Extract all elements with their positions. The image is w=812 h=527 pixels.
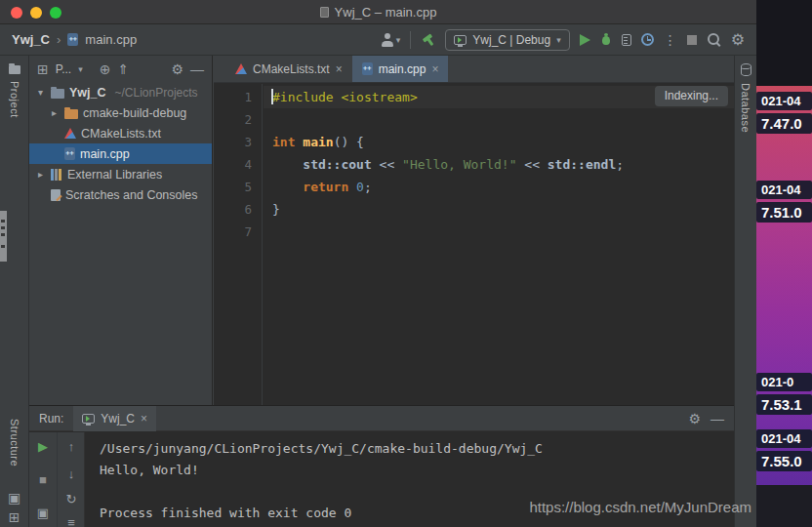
zoom-window-button[interactable] — [50, 7, 61, 19]
chevron-right-icon[interactable]: ▸ — [49, 107, 60, 118]
background-window-fragment — [756, 0, 812, 86]
project-label: Project — [9, 81, 20, 118]
project-tool-window: ⊞ P... ▾ ⊕ ⇑ ⚙ — ▾Ywj_C~/CLionProjects▸c… — [29, 56, 213, 405]
breadcrumb-file[interactable]: main.cpp — [85, 32, 137, 47]
project-view-selector[interactable]: P... — [56, 62, 71, 76]
collapse-all-button[interactable]: ⇑ — [117, 62, 129, 76]
debug-bug-button[interactable] — [600, 33, 612, 46]
soft-wrap-button[interactable]: ↻ — [58, 493, 85, 506]
console-options-button[interactable]: ≡ — [58, 516, 85, 527]
code-area[interactable]: #include <iostream>int main() { std::cou… — [264, 86, 734, 243]
left-tool-stripe: Project Structure ▣ ⊞ — [0, 56, 29, 527]
run-tab[interactable]: Ywj_C × — [73, 406, 156, 431]
close-tab-icon[interactable]: × — [431, 62, 438, 76]
tree-item-main-cpp[interactable]: main.cpp — [29, 143, 212, 164]
desktop-text-line: 7.53.1 — [756, 394, 812, 415]
search-everywhere-button[interactable] — [707, 32, 721, 47]
project-panel-header: ⊞ P... ▾ ⊕ ⇑ ⚙ — — [29, 56, 212, 82]
toolbar-divider — [410, 31, 411, 49]
structure-stripe-label[interactable]: Structure — [0, 419, 28, 466]
stop-button[interactable]: ■ — [29, 473, 57, 486]
cmake-file-icon — [235, 63, 247, 74]
window-title: Ywj_C – main.cpp — [335, 5, 437, 20]
editor-tab-main-cpp[interactable]: main.cpp× — [352, 56, 449, 82]
run-button[interactable] — [580, 34, 590, 46]
code-line[interactable]: } — [264, 198, 734, 221]
database-stripe-button[interactable] — [735, 63, 756, 76]
navigation-bar: Ywj_C › main.cpp ▾ Ywj_C | Debug ▾ — [0, 24, 756, 56]
chevron-down-icon: ▾ — [78, 64, 83, 74]
desktop-text-line: 021-04 — [756, 181, 812, 199]
tree-item-ywj-c[interactable]: ▾Ywj_C~/CLionProjects — [29, 82, 212, 102]
close-tab-icon[interactable]: × — [336, 62, 343, 76]
code-token: << — [372, 157, 402, 172]
run-tab-label: Ywj_C — [101, 412, 135, 426]
minimize-window-button[interactable] — [30, 7, 42, 19]
scroll-up-button[interactable]: ↑ — [58, 440, 85, 453]
run-toolbar: ▶ ■ ▣ ↑ ↓ ↻ ≡ — [29, 432, 85, 527]
person-icon — [381, 33, 394, 47]
tool-window-button[interactable]: ▣ — [0, 491, 28, 505]
run-panel-header: Run: Ywj_C × ⚙ — — [29, 406, 734, 431]
close-tab-icon[interactable]: × — [141, 413, 147, 425]
close-window-button[interactable] — [11, 7, 22, 19]
folder-icon — [51, 89, 64, 99]
tree-item-cmakelists-txt[interactable]: CMakeLists.txt — [29, 123, 212, 143]
code-token — [272, 180, 303, 194]
profiler-button[interactable] — [641, 33, 654, 46]
locate-file-button[interactable]: ⊕ — [100, 62, 111, 76]
cpp-icon — [64, 147, 75, 160]
line-number: 1 — [214, 86, 262, 108]
scroll-down-button[interactable]: ↓ — [58, 467, 85, 480]
database-stripe-label[interactable]: Database — [735, 83, 756, 133]
coverage-button[interactable] — [622, 34, 631, 46]
grid-icon: ⊞ — [9, 510, 20, 524]
rerun-button[interactable]: ▶ — [29, 440, 57, 453]
code-line[interactable]: return 0; — [264, 176, 734, 198]
tool-window-button[interactable]: ⊞ — [0, 510, 28, 524]
project-stripe-label[interactable]: Project — [0, 81, 28, 118]
code-token: "Hello, World!" — [402, 157, 516, 172]
right-tool-stripe: Database — [734, 56, 756, 527]
library-icon — [51, 169, 62, 181]
tab-label: CMakeLists.txt — [253, 62, 330, 76]
build-hammer-button[interactable] — [421, 33, 435, 47]
editor-body[interactable]: 1234567 #include <iostream>int main() { … — [214, 84, 734, 405]
tree-item-external-libraries[interactable]: ▸External Libraries — [29, 164, 212, 184]
toolbar: ▾ Ywj_C | Debug ▾ ⋮ ⚙ — [381, 29, 745, 51]
tree-item-hint: ~/CLionProjects — [115, 86, 198, 100]
run-configuration-selector[interactable]: Ywj_C | Debug ▾ — [445, 29, 569, 51]
settings-gear-button[interactable]: ⚙ — [731, 32, 745, 48]
panel-settings-gear-button[interactable]: ⚙ — [171, 62, 183, 76]
line-number: 5 — [214, 176, 262, 198]
project-stripe-button[interactable] — [0, 63, 28, 74]
run-settings-gear-button[interactable]: ⚙ — [688, 412, 701, 426]
app-monitor-icon — [82, 414, 95, 424]
code-line[interactable] — [264, 221, 734, 243]
chevron-down-icon[interactable]: ▾ — [35, 87, 46, 98]
window-title-wrap: Ywj_C – main.cpp — [320, 5, 437, 20]
code-token: std::endl — [548, 157, 616, 172]
editor-tab-cmakelists-txt[interactable]: CMakeLists.txt× — [225, 56, 352, 82]
desktop-text-block: 021-047.51.0 — [756, 181, 812, 225]
hide-panel-button[interactable]: — — [190, 62, 204, 76]
code-line[interactable]: std::cout << "Hello, World!" << std::end… — [264, 153, 734, 176]
dump-console-button[interactable]: ▣ — [29, 507, 57, 519]
more-actions-icon[interactable]: ⋮ — [664, 33, 677, 47]
line-number: 3 — [214, 131, 262, 153]
tree-item-scratches-and-consoles[interactable]: Scratches and Consoles — [29, 184, 212, 205]
stop-button[interactable] — [687, 35, 697, 45]
folder-icon — [9, 65, 20, 74]
code-line[interactable] — [264, 108, 734, 131]
hide-run-panel-button[interactable]: — — [710, 412, 724, 426]
code-line[interactable]: int main() { — [264, 131, 734, 153]
user-menu-button[interactable]: ▾ — [381, 33, 401, 47]
tree-item-cmake-build-debug[interactable]: ▸cmake-build-debug — [29, 102, 212, 123]
desktop-text-line: 7.55.0 — [756, 451, 812, 471]
scratches-icon — [51, 189, 61, 201]
run-toolbar-column-2: ↑ ↓ ↻ ≡ — [57, 432, 85, 527]
breadcrumb: Ywj_C › main.cpp — [12, 32, 137, 47]
breadcrumb-project[interactable]: Ywj_C — [12, 32, 50, 47]
editor-area: CMakeLists.txt×main.cpp× 1234567 #includ… — [214, 56, 734, 405]
chevron-right-icon[interactable]: ▸ — [35, 169, 46, 180]
